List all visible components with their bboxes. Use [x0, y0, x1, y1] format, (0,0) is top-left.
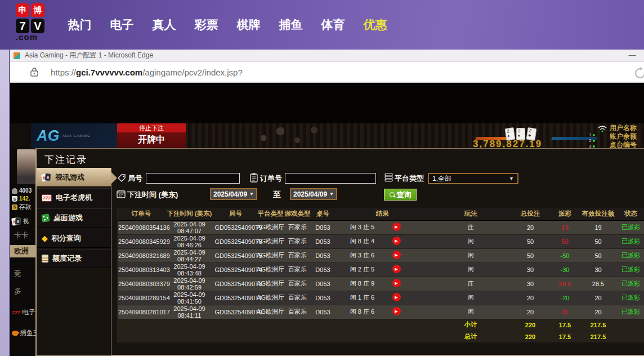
- dice-icon: [41, 213, 50, 222]
- table-row: 2504090803459292025-04-09 08:46:26GD0532…: [118, 234, 644, 248]
- replay-button[interactable]: ▶: [392, 307, 401, 315]
- cell: 百家乐: [285, 291, 311, 305]
- round-no-input[interactable]: [146, 173, 240, 184]
- nav-item-0[interactable]: 热门: [59, 17, 101, 33]
- replay-button[interactable]: ▶: [392, 251, 401, 259]
- address-bar[interactable]: https://gci.7vvvvvv.com/agingame/pcv2/in…: [10, 63, 644, 83]
- subtotal-row: 小计22017.5217.5: [118, 319, 644, 331]
- site-logo[interactable]: 申 博 7 V .com: [16, 3, 59, 41]
- video-tab-label[interactable]: 视: [23, 217, 29, 225]
- cell: D053: [311, 262, 336, 277]
- replay-button[interactable]: ▶: [392, 293, 401, 301]
- date-from-select[interactable]: 2025/04/09▼: [210, 188, 257, 200]
- play-type-cell: 闲: [430, 291, 512, 305]
- cell: 250409080303379: [118, 277, 164, 291]
- nav-item-3[interactable]: 彩票: [185, 17, 227, 33]
- logo-com: .com: [16, 33, 59, 41]
- cell: AG欧洲厅: [257, 248, 285, 262]
- ag-logo-box: AG ASIA GAMING: [31, 123, 117, 148]
- logo-badge-bo: 博: [31, 3, 44, 17]
- dealer-avatar: [17, 149, 35, 184]
- user-id: 4003: [19, 188, 32, 194]
- dealing-status-label: 开牌中: [117, 132, 186, 147]
- refresh-icon[interactable]: [634, 67, 644, 79]
- window-title: Asia Gaming - 用户配置 1 - Microsoft Edge: [25, 51, 153, 60]
- replay-button[interactable]: ▶: [392, 265, 401, 273]
- platform-type-select[interactable]: 1.全部 ▼: [428, 173, 518, 184]
- replay-button[interactable]: ▶: [392, 222, 401, 231]
- slots-dock-label[interactable]: 电子游戏: [22, 308, 35, 317]
- nav-item-4[interactable]: 棋牌: [227, 17, 270, 33]
- menu-item-2[interactable]: 桌面游戏: [37, 208, 111, 228]
- date-to-value: 2025/04/09: [293, 190, 327, 198]
- total-cell: 220: [512, 331, 549, 342]
- valid-bet-cell: 50: [581, 248, 616, 262]
- info-label: 桌台编号: [610, 141, 644, 148]
- studio-photo: [117, 123, 644, 148]
- menu-item-3[interactable]: ◆积分查询: [37, 229, 111, 248]
- payout-cell: -50: [549, 248, 581, 262]
- screen: 申 博 7 V .com 热门电子真人彩票棋牌捕鱼体育优惠 Asia Gamin…: [0, 0, 644, 356]
- cell: AG欧洲厅: [257, 277, 285, 291]
- browser-titlebar[interactable]: Asia Gaming - 用户配置 1 - Microsoft Edge —: [10, 50, 644, 62]
- url-text[interactable]: https://gci.7vvvvvv.com/agingame/pcv2/in…: [51, 68, 243, 77]
- replay-button[interactable]: ▶: [392, 279, 401, 287]
- desktop-background: [0, 50, 10, 356]
- payout-cell: 50: [549, 234, 581, 248]
- nav-item-2[interactable]: 真人: [143, 17, 185, 33]
- date-to-select[interactable]: 2025/04/09▼: [290, 188, 337, 200]
- url-path: /agingame/pcv2/index.jsp?: [142, 68, 243, 77]
- order-no-input[interactable]: [285, 173, 376, 184]
- chevron-down-icon: ▼: [249, 192, 254, 197]
- search-button[interactable]: 查询: [384, 189, 417, 201]
- user-icon: [12, 188, 17, 194]
- site-topbar: 申 博 7 V .com 热门电子真人彩票棋牌捕鱼体育优惠: [0, 0, 644, 50]
- menu-item-0[interactable]: K9视讯游戏: [37, 168, 111, 187]
- cell: 百家乐: [285, 305, 311, 319]
- cell: 250409080354136: [118, 220, 164, 234]
- valid-bet-cell: 19: [581, 220, 616, 234]
- cell: 2025-04-09 08:42:59: [164, 277, 215, 291]
- dock-tab-europe[interactable]: 欧洲: [10, 245, 35, 257]
- cell: AG欧洲厅: [257, 234, 285, 248]
- logo-badge-shen: 申: [16, 3, 29, 17]
- edge-window: Asia Gaming - 用户配置 1 - Microsoft Edge — …: [10, 50, 644, 356]
- deposit-label[interactable]: 存款: [19, 203, 32, 211]
- total-cell: 217.5: [581, 331, 616, 342]
- lobby-left-dock: 4003 $142. $存款 K9视 卡卡 欧洲 竞 多 777电子游戏 捕鱼王: [10, 148, 35, 356]
- valid-bet-cell: 20: [581, 305, 616, 319]
- result-cell: 闲 1 庄 6▶: [336, 291, 430, 305]
- table-row: 2504090802891542025-04-09 08:41:50GD0532…: [118, 291, 644, 305]
- total-row: 总计22017.5217.5: [118, 331, 644, 342]
- nav-item-7[interactable]: 优惠: [354, 17, 396, 33]
- payout-cell: -30: [549, 262, 581, 277]
- status-badge: 已派彩: [616, 277, 644, 291]
- menu-item-1[interactable]: 777电子老虎机: [37, 188, 111, 207]
- total-cell: 小计: [430, 319, 512, 331]
- dock-tab-duo[interactable]: 多: [10, 286, 35, 296]
- minimize-button[interactable]: —: [625, 51, 639, 59]
- dock-tab-kaka[interactable]: 卡卡: [10, 230, 35, 241]
- to-label: 至: [273, 190, 281, 200]
- dock-tab-jing[interactable]: 竞: [10, 269, 35, 279]
- column-header: 桌号: [311, 208, 336, 220]
- bet-cell: 30: [512, 262, 549, 277]
- search-icon: [390, 192, 395, 198]
- valid-bet-cell: 50: [581, 234, 616, 248]
- cell: D053: [311, 277, 336, 291]
- menu-item-4[interactable]: 额度记录: [37, 249, 111, 268]
- panel-title: 下注记录: [37, 149, 644, 168]
- total-cell: 217.5: [581, 319, 616, 331]
- order-no-label: 订单号: [260, 173, 282, 184]
- cell: GD053254090T3: [215, 277, 257, 291]
- table-row: 2504090803033792025-04-09 08:42:59GD0532…: [118, 277, 644, 291]
- bet-cell: 30: [512, 277, 549, 291]
- nav-item-1[interactable]: 电子: [101, 17, 143, 33]
- fish-dock-label[interactable]: 捕鱼王: [20, 328, 35, 338]
- gem-icon: ◆: [42, 234, 48, 242]
- ag-logo-subtext: ASIA GAMING: [62, 134, 91, 137]
- nav-item-5[interactable]: 捕鱼: [270, 17, 312, 33]
- result-cell: 闲 8 庄 4▶: [336, 234, 430, 248]
- replay-button[interactable]: ▶: [392, 237, 401, 245]
- nav-item-6[interactable]: 体育: [312, 17, 354, 33]
